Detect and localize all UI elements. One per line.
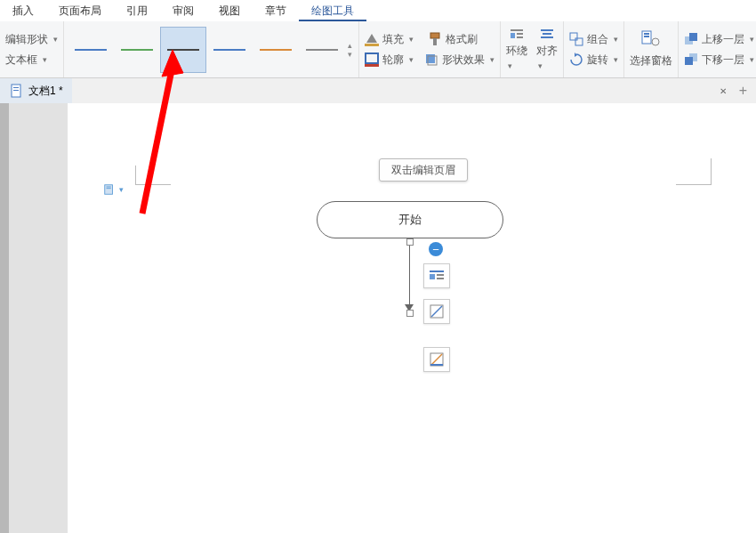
svg-rect-36 — [430, 364, 443, 366]
tab-review[interactable]: 审阅 — [160, 0, 206, 21]
tab-drawing-tools[interactable]: 绘图工具 — [299, 0, 366, 21]
bring-forward-icon — [684, 32, 698, 46]
tab-reference[interactable]: 引用 — [114, 0, 160, 21]
svg-rect-7 — [511, 29, 523, 31]
svg-rect-25 — [13, 87, 19, 88]
svg-rect-23 — [685, 57, 693, 65]
send-backward-icon — [684, 52, 698, 67]
page-canvas[interactable]: ▾ 双击编辑页眉 开始 − — [68, 103, 756, 533]
rotate-button[interactable]: 旋转 — [587, 52, 608, 68]
align-icon — [540, 28, 554, 42]
svg-rect-28 — [107, 187, 111, 188]
svg-rect-11 — [541, 29, 553, 31]
svg-rect-2 — [433, 38, 437, 45]
style-swatch-5[interactable] — [253, 27, 299, 73]
tab-layout[interactable]: 页面布局 — [46, 0, 114, 21]
gallery-up-icon[interactable]: ▴ — [348, 41, 352, 50]
header-anchor-icon: ▾ — [103, 183, 124, 196]
send-backward-button[interactable]: 下移一层 — [702, 52, 744, 68]
edit-shape-button[interactable]: 编辑形状▾ — [5, 32, 58, 47]
style-swatch-6[interactable] — [299, 27, 345, 73]
svg-rect-18 — [644, 36, 649, 37]
flow-start-node[interactable]: 开始 — [317, 201, 503, 238]
outline-button[interactable]: 轮廓 — [382, 52, 404, 68]
workspace: ▾ 双击编辑页眉 开始 − — [0, 103, 756, 533]
svg-rect-29 — [107, 188, 111, 189]
select-pane-button[interactable]: 选择窗格 — [630, 53, 672, 69]
svg-rect-26 — [13, 90, 19, 91]
bring-forward-button[interactable]: 上移一层 — [702, 32, 744, 47]
style-swatch-1[interactable] — [68, 27, 114, 73]
svg-rect-1 — [430, 33, 439, 38]
style-swatch-4[interactable] — [206, 27, 253, 73]
svg-rect-33 — [437, 278, 444, 279]
format-painter-icon — [428, 32, 442, 46]
fill-button[interactable]: 填充 — [382, 32, 404, 47]
svg-rect-30 — [430, 271, 444, 272]
header-edit-banner[interactable]: 双击编辑页眉 — [379, 158, 468, 182]
ribbon-group-arrange: 环绕▾ 对齐▾ — [501, 21, 564, 77]
svg-rect-13 — [541, 36, 553, 38]
ribbon-group-format: 填充▾ 格式刷 轮廓▾ 形状效果▾ — [359, 21, 501, 77]
shape-effect-button[interactable]: 形状效果 — [442, 52, 485, 68]
ribbon-group-rotate: 组合▾ 旋转▾ — [564, 21, 624, 77]
style-gallery: ▴ ▾ — [68, 27, 355, 73]
tab-view[interactable]: 视图 — [206, 0, 253, 21]
doc-tab-close[interactable]: ✕ — [716, 86, 730, 96]
svg-rect-14 — [570, 33, 577, 40]
svg-point-19 — [652, 38, 659, 45]
format-painter-button[interactable]: 格式刷 — [446, 32, 478, 47]
tab-insert[interactable]: 插入 — [0, 0, 46, 21]
header-margin-left — [135, 166, 171, 185]
connector-end-handle[interactable] — [406, 310, 414, 317]
svg-rect-15 — [575, 38, 583, 45]
collapse-badge[interactable]: − — [429, 242, 443, 256]
doc-tab[interactable]: 文档1 * — [0, 78, 72, 103]
ribbon-group-styles: ▴ ▾ — [64, 21, 359, 77]
svg-rect-9 — [517, 33, 523, 35]
svg-rect-21 — [689, 33, 697, 41]
document-icon — [9, 84, 23, 98]
outline-icon — [365, 52, 379, 67]
align-button[interactable]: 对齐▾ — [536, 28, 558, 71]
tab-chapter[interactable]: 章节 — [253, 0, 299, 21]
svg-rect-4 — [365, 64, 379, 67]
ribbon-group-order: 上移一层▾ 下移一层▾ — [679, 21, 756, 77]
fill-icon — [365, 32, 379, 46]
text-box-button[interactable]: 文本框▾ — [5, 52, 58, 68]
ribbon: 编辑形状▾ 文本框▾ ▴ ▾ 填充▾ 格式刷 轮廓▾ — [0, 21, 756, 78]
svg-rect-32 — [437, 274, 444, 276]
shape-effect-icon — [424, 52, 438, 67]
select-pane-icon — [641, 30, 661, 48]
style-swatch-2[interactable] — [114, 27, 160, 73]
group-icon — [569, 32, 583, 46]
doc-tab-bar: 文档1 * ✕ + — [0, 78, 756, 103]
doc-tab-name: 文档1 * — [28, 84, 63, 99]
layout-option-inline[interactable] — [423, 263, 450, 288]
layout-options — [423, 263, 450, 372]
svg-rect-12 — [543, 33, 551, 35]
ribbon-group-selection: 选择窗格 — [624, 21, 679, 77]
connector-line[interactable] — [409, 246, 410, 306]
header-margin-right — [676, 158, 712, 185]
wrap-icon — [510, 28, 524, 42]
page-gutter — [0, 103, 68, 533]
menu-tabs: 插入 页面布局 引用 审阅 视图 章节 绘图工具 — [0, 0, 756, 21]
svg-rect-10 — [517, 36, 523, 38]
svg-rect-8 — [511, 33, 515, 38]
style-swatch-3[interactable] — [160, 27, 206, 73]
group-button[interactable]: 组合 — [587, 32, 608, 47]
svg-rect-3 — [366, 53, 378, 63]
layout-option-front[interactable] — [423, 299, 450, 324]
svg-rect-27 — [105, 185, 113, 195]
gallery-down-icon[interactable]: ▾ — [348, 50, 352, 59]
ribbon-group-shape: 编辑形状▾ 文本框▾ — [0, 21, 64, 77]
svg-rect-0 — [365, 44, 379, 46]
doc-tab-add[interactable]: + — [730, 83, 756, 99]
svg-rect-17 — [644, 33, 649, 35]
rotate-icon — [569, 52, 583, 67]
connector-start-handle[interactable] — [406, 238, 414, 246]
wrap-button[interactable]: 环绕▾ — [506, 28, 527, 71]
svg-rect-31 — [430, 274, 435, 279]
layout-option-behind[interactable] — [423, 347, 450, 372]
